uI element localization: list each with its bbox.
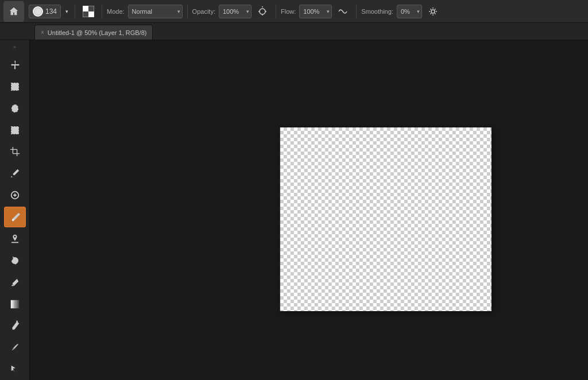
flow-select[interactable]: 100%: [299, 5, 332, 18]
opacity-label: Opacity:: [192, 8, 215, 15]
healing-brush-tool[interactable]: [4, 185, 26, 205]
rectangular-marquee-tool[interactable]: [4, 76, 26, 97]
svg-rect-1: [88, 11, 94, 17]
divider-1: [75, 5, 75, 18]
canvas-container: [280, 127, 492, 311]
smoothing-label: Smoothing:: [361, 8, 393, 15]
tab-bar: × Untitled-1 @ 50% (Layer 1, RGB/8): [0, 23, 588, 40]
mode-select[interactable]: NormalDissolveDarkenMultiplyColor BurnLi…: [128, 5, 183, 18]
gradient-tool[interactable]: [4, 294, 26, 315]
flow-label: Flow:: [281, 8, 296, 15]
history-brush-tool[interactable]: [4, 250, 26, 271]
brush-mode-icon[interactable]: [80, 3, 97, 20]
transparent-canvas[interactable]: [280, 127, 492, 311]
brush-size-chevron[interactable]: ▾: [63, 3, 70, 20]
divider-3: [187, 5, 188, 18]
pen-tool[interactable]: [4, 315, 26, 336]
svg-point-5: [260, 9, 265, 14]
eyedropper-tool[interactable]: [4, 163, 26, 184]
smudge-tool[interactable]: [4, 337, 26, 358]
tab-title: Untitled-1 @ 50% (Layer 1, RGB/8): [48, 29, 147, 36]
crop-tool[interactable]: [4, 141, 26, 162]
smoothing-settings-icon[interactable]: [424, 3, 442, 20]
lasso-tool[interactable]: [4, 98, 26, 119]
svg-rect-3: [83, 11, 88, 17]
brush-size-picker[interactable]: 134: [29, 5, 61, 18]
flow-pressure-icon[interactable]: [334, 3, 351, 20]
divider-2: [102, 5, 102, 18]
object-selection-tool[interactable]: [4, 120, 26, 141]
divider-4: [276, 5, 276, 18]
svg-point-18: [12, 219, 14, 221]
move-tool[interactable]: [4, 55, 26, 75]
tab-close-button[interactable]: ×: [41, 29, 44, 36]
opacity-select-wrap[interactable]: 100% ▾: [219, 5, 252, 18]
left-sidebar: »: [0, 40, 30, 380]
svg-rect-19: [11, 242, 18, 243]
svg-point-10: [431, 10, 435, 13]
main-area: »: [0, 40, 588, 380]
svg-point-22: [16, 321, 18, 323]
brush-size-value: 134: [45, 7, 57, 15]
svg-rect-0: [83, 6, 88, 11]
airbrush-icon[interactable]: [254, 3, 271, 20]
smoothing-select[interactable]: 0%: [397, 5, 422, 18]
smoothing-select-wrap[interactable]: 0% ▾: [397, 5, 422, 18]
home-button[interactable]: [3, 1, 24, 22]
canvas-area[interactable]: [30, 40, 588, 380]
path-selection-tool[interactable]: [4, 359, 26, 379]
sidebar-collapse-button[interactable]: »: [0, 42, 29, 52]
svg-rect-11: [11, 83, 18, 90]
svg-rect-2: [88, 6, 94, 11]
flow-select-wrap[interactable]: 100% ▾: [299, 5, 332, 18]
eraser-tool[interactable]: [4, 272, 26, 293]
divider-5: [356, 5, 357, 18]
document-tab[interactable]: × Untitled-1 @ 50% (Layer 1, RGB/8): [34, 25, 153, 40]
top-toolbar: 134 ▾ Mode: NormalDissolveDarkenMultiply…: [0, 0, 588, 23]
mode-label: Mode:: [107, 8, 125, 15]
mode-select-wrap[interactable]: NormalDissolveDarkenMultiplyColor BurnLi…: [128, 5, 183, 18]
brush-tool[interactable]: [4, 207, 26, 227]
opacity-select[interactable]: 100%: [219, 5, 252, 18]
stamp-tool[interactable]: [4, 228, 26, 249]
